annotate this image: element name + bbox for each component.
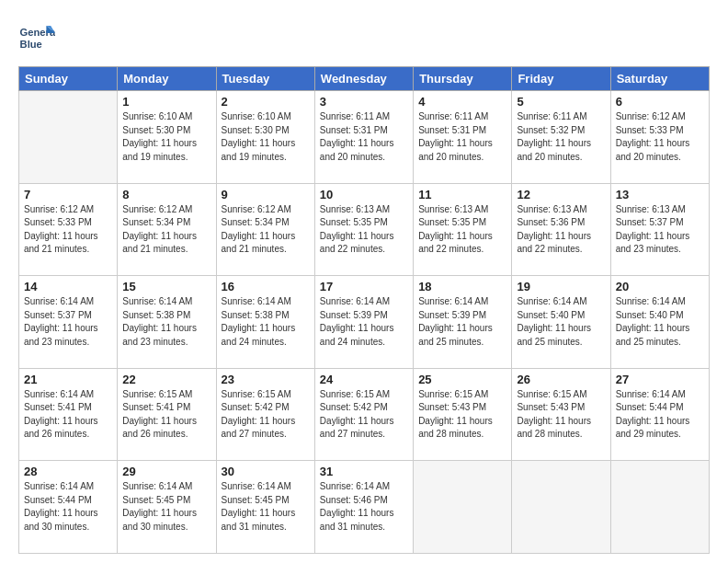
day-cell: 17Sunrise: 6:14 AMSunset: 5:39 PMDayligh… <box>314 276 413 369</box>
header-row: SundayMondayTuesdayWednesdayThursdayFrid… <box>19 67 710 91</box>
week-row-2: 14Sunrise: 6:14 AMSunset: 5:37 PMDayligh… <box>19 276 710 369</box>
day-info: Sunrise: 6:15 AMSunset: 5:42 PMDaylight:… <box>222 388 310 442</box>
day-number: 23 <box>222 373 310 386</box>
day-number: 9 <box>222 188 310 201</box>
day-cell: 4Sunrise: 6:11 AMSunset: 5:31 PMDaylight… <box>414 91 512 184</box>
day-cell: 30Sunrise: 6:14 AMSunset: 5:45 PMDayligh… <box>216 461 314 554</box>
week-row-3: 21Sunrise: 6:14 AMSunset: 5:41 PMDayligh… <box>19 368 710 461</box>
day-cell: 7Sunrise: 6:12 AMSunset: 5:33 PMDaylight… <box>19 183 118 276</box>
day-cell: 15Sunrise: 6:14 AMSunset: 5:38 PMDayligh… <box>118 276 216 369</box>
day-number: 6 <box>616 95 704 109</box>
day-info: Sunrise: 6:14 AMSunset: 5:39 PMDaylight:… <box>418 295 506 349</box>
day-info: Sunrise: 6:14 AMSunset: 5:37 PMDaylight:… <box>24 295 112 349</box>
day-number: 28 <box>24 465 112 478</box>
day-cell: 10Sunrise: 6:13 AMSunset: 5:35 PMDayligh… <box>314 183 413 276</box>
day-number: 3 <box>320 95 408 109</box>
day-cell: 2Sunrise: 6:10 AMSunset: 5:30 PMDaylight… <box>216 91 314 184</box>
day-cell <box>414 461 512 554</box>
day-info: Sunrise: 6:14 AMSunset: 5:40 PMDaylight:… <box>616 295 704 349</box>
day-cell: 25Sunrise: 6:15 AMSunset: 5:43 PMDayligh… <box>414 368 512 461</box>
day-cell <box>610 461 709 554</box>
day-cell <box>512 461 610 554</box>
day-number: 29 <box>122 465 210 478</box>
column-header-tuesday: Tuesday <box>216 67 314 91</box>
day-info: Sunrise: 6:14 AMSunset: 5:40 PMDaylight:… <box>517 295 605 349</box>
day-info: Sunrise: 6:13 AMSunset: 5:35 PMDaylight:… <box>320 203 408 257</box>
day-info: Sunrise: 6:12 AMSunset: 5:34 PMDaylight:… <box>122 203 210 257</box>
day-info: Sunrise: 6:14 AMSunset: 5:46 PMDaylight:… <box>320 480 408 534</box>
week-row-0: 1Sunrise: 6:10 AMSunset: 5:30 PMDaylight… <box>19 91 710 184</box>
page: General Blue SundayMondayTuesdayWednesda… <box>0 0 728 563</box>
day-cell: 3Sunrise: 6:11 AMSunset: 5:31 PMDaylight… <box>314 91 413 184</box>
day-info: Sunrise: 6:14 AMSunset: 5:44 PMDaylight:… <box>616 388 704 442</box>
day-number: 21 <box>24 373 112 386</box>
day-info: Sunrise: 6:14 AMSunset: 5:44 PMDaylight:… <box>24 480 112 534</box>
day-number: 5 <box>517 95 605 109</box>
column-header-wednesday: Wednesday <box>314 67 413 91</box>
day-cell: 24Sunrise: 6:15 AMSunset: 5:42 PMDayligh… <box>314 368 413 461</box>
day-cell: 28Sunrise: 6:14 AMSunset: 5:44 PMDayligh… <box>19 461 118 554</box>
day-cell: 26Sunrise: 6:15 AMSunset: 5:43 PMDayligh… <box>512 368 610 461</box>
day-info: Sunrise: 6:15 AMSunset: 5:41 PMDaylight:… <box>122 388 210 442</box>
day-number: 11 <box>418 188 506 201</box>
day-info: Sunrise: 6:15 AMSunset: 5:43 PMDaylight:… <box>418 388 506 442</box>
day-info: Sunrise: 6:14 AMSunset: 5:39 PMDaylight:… <box>320 295 408 349</box>
day-cell <box>19 91 118 184</box>
week-row-1: 7Sunrise: 6:12 AMSunset: 5:33 PMDaylight… <box>19 183 710 276</box>
day-cell: 8Sunrise: 6:12 AMSunset: 5:34 PMDaylight… <box>118 183 216 276</box>
column-header-sunday: Sunday <box>19 67 118 91</box>
day-number: 1 <box>122 95 210 109</box>
day-cell: 20Sunrise: 6:14 AMSunset: 5:40 PMDayligh… <box>610 276 709 369</box>
day-cell: 19Sunrise: 6:14 AMSunset: 5:40 PMDayligh… <box>512 276 610 369</box>
column-header-monday: Monday <box>118 67 216 91</box>
day-info: Sunrise: 6:10 AMSunset: 5:30 PMDaylight:… <box>222 110 310 164</box>
day-cell: 1Sunrise: 6:10 AMSunset: 5:30 PMDaylight… <box>118 91 216 184</box>
day-number: 27 <box>616 373 704 386</box>
day-info: Sunrise: 6:10 AMSunset: 5:30 PMDaylight:… <box>122 110 210 164</box>
header: General Blue <box>18 18 710 55</box>
day-number: 14 <box>24 280 112 293</box>
day-cell: 22Sunrise: 6:15 AMSunset: 5:41 PMDayligh… <box>118 368 216 461</box>
day-info: Sunrise: 6:11 AMSunset: 5:31 PMDaylight:… <box>418 110 506 164</box>
day-number: 10 <box>320 188 408 201</box>
day-cell: 23Sunrise: 6:15 AMSunset: 5:42 PMDayligh… <box>216 368 314 461</box>
day-number: 24 <box>320 373 408 386</box>
day-info: Sunrise: 6:11 AMSunset: 5:32 PMDaylight:… <box>517 110 605 164</box>
day-info: Sunrise: 6:12 AMSunset: 5:33 PMDaylight:… <box>24 203 112 257</box>
calendar-table: SundayMondayTuesdayWednesdayThursdayFrid… <box>18 66 710 554</box>
day-number: 13 <box>616 188 704 201</box>
day-info: Sunrise: 6:15 AMSunset: 5:42 PMDaylight:… <box>320 388 408 442</box>
day-cell: 14Sunrise: 6:14 AMSunset: 5:37 PMDayligh… <box>19 276 118 369</box>
day-number: 16 <box>222 280 310 293</box>
day-number: 20 <box>616 280 704 293</box>
week-row-4: 28Sunrise: 6:14 AMSunset: 5:44 PMDayligh… <box>19 461 710 554</box>
day-cell: 16Sunrise: 6:14 AMSunset: 5:38 PMDayligh… <box>216 276 314 369</box>
day-cell: 29Sunrise: 6:14 AMSunset: 5:45 PMDayligh… <box>118 461 216 554</box>
day-number: 25 <box>418 373 506 386</box>
day-cell: 12Sunrise: 6:13 AMSunset: 5:36 PMDayligh… <box>512 183 610 276</box>
day-number: 12 <box>517 188 605 201</box>
day-cell: 9Sunrise: 6:12 AMSunset: 5:34 PMDaylight… <box>216 183 314 276</box>
day-number: 17 <box>320 280 408 293</box>
day-number: 18 <box>418 280 506 293</box>
column-header-friday: Friday <box>512 67 610 91</box>
day-cell: 5Sunrise: 6:11 AMSunset: 5:32 PMDaylight… <box>512 91 610 184</box>
day-cell: 18Sunrise: 6:14 AMSunset: 5:39 PMDayligh… <box>414 276 512 369</box>
day-info: Sunrise: 6:14 AMSunset: 5:45 PMDaylight:… <box>122 480 210 534</box>
day-info: Sunrise: 6:11 AMSunset: 5:31 PMDaylight:… <box>320 110 408 164</box>
day-info: Sunrise: 6:14 AMSunset: 5:38 PMDaylight:… <box>122 295 210 349</box>
day-info: Sunrise: 6:13 AMSunset: 5:37 PMDaylight:… <box>616 203 704 257</box>
day-cell: 31Sunrise: 6:14 AMSunset: 5:46 PMDayligh… <box>314 461 413 554</box>
day-info: Sunrise: 6:15 AMSunset: 5:43 PMDaylight:… <box>517 388 605 442</box>
day-number: 4 <box>418 95 506 109</box>
day-number: 22 <box>122 373 210 386</box>
day-number: 26 <box>517 373 605 386</box>
logo: General Blue <box>18 18 59 55</box>
day-info: Sunrise: 6:13 AMSunset: 5:36 PMDaylight:… <box>517 203 605 257</box>
day-number: 8 <box>122 188 210 201</box>
day-number: 30 <box>222 465 310 478</box>
day-info: Sunrise: 6:13 AMSunset: 5:35 PMDaylight:… <box>418 203 506 257</box>
svg-text:Blue: Blue <box>20 39 42 50</box>
day-info: Sunrise: 6:12 AMSunset: 5:34 PMDaylight:… <box>222 203 310 257</box>
day-info: Sunrise: 6:14 AMSunset: 5:41 PMDaylight:… <box>24 388 112 442</box>
